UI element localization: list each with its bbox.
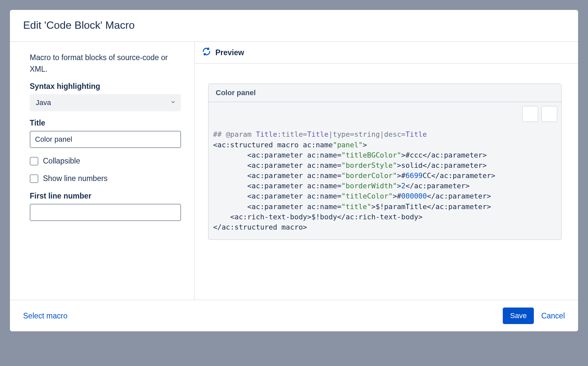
line-numbers-label: Show line numbers [43, 174, 108, 183]
line-numbers-checkbox[interactable] [30, 174, 38, 183]
syntax-highlighting-value: Java [30, 94, 181, 111]
syntax-highlighting-label: Syntax highlighting [30, 82, 181, 91]
title-label: Title [30, 119, 181, 128]
preview-body: Color panel [195, 64, 578, 253]
code-block-content: ## @param Title:title=Title|type=string|… [208, 102, 561, 239]
code-lines: ## @param Title:title=Title|type=string|… [213, 129, 553, 232]
line-numbers-checkbox-row[interactable]: Show line numbers [30, 174, 181, 183]
preview-panel: Preview Color panel [195, 42, 578, 300]
dialog-footer: Select macro Save Cancel [10, 300, 578, 331]
title-input[interactable] [30, 131, 181, 148]
first-line-number-input[interactable] [30, 204, 181, 221]
copy-icon [507, 102, 562, 129]
macro-description: Macro to format blocks of source-code or… [30, 52, 181, 75]
code-actions [522, 106, 557, 122]
preview-header-label: Preview [215, 48, 244, 57]
dialog-header: Edit 'Code Block' Macro [10, 10, 578, 42]
macro-edit-dialog: Edit 'Code Block' Macro Macro to format … [10, 10, 578, 331]
cancel-button[interactable]: Cancel [541, 311, 565, 320]
refresh-icon [202, 47, 211, 58]
syntax-highlighting-select[interactable]: Java [30, 94, 181, 111]
copy-button[interactable] [541, 106, 557, 122]
collapsible-checkbox-row[interactable]: Collapsible [30, 157, 181, 165]
collapsible-label: Collapsible [43, 157, 80, 165]
footer-actions: Save Cancel [503, 308, 565, 324]
preview-header: Preview [195, 42, 578, 64]
first-line-number-label: First line number [30, 192, 181, 201]
code-block-title: Color panel [208, 84, 561, 102]
collapsible-checkbox[interactable] [30, 157, 38, 165]
dialog-title: Edit 'Code Block' Macro [23, 19, 565, 31]
save-button[interactable]: Save [503, 308, 534, 324]
dialog-body: Macro to format blocks of source-code or… [10, 42, 578, 300]
select-macro-link[interactable]: Select macro [23, 311, 67, 320]
form-panel: Macro to format blocks of source-code or… [10, 42, 195, 300]
code-block: Color panel [208, 84, 562, 240]
